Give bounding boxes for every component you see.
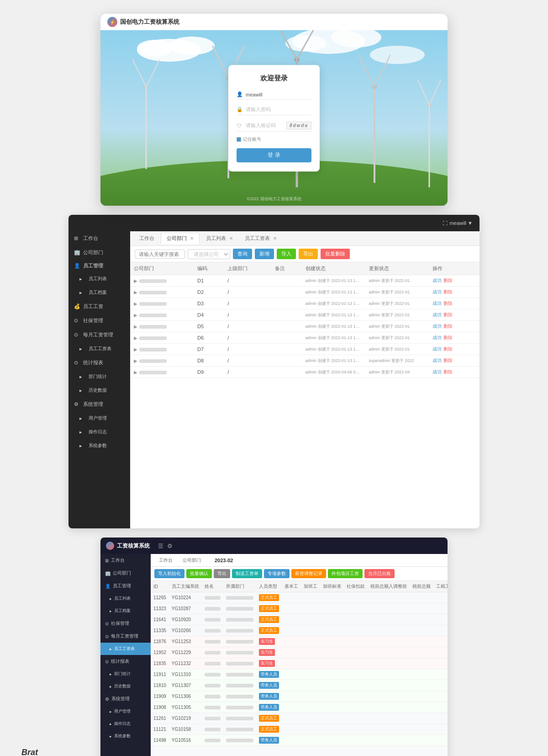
tab2-workbench[interactable]: 工作台 [154,556,177,565]
edit-link-6[interactable]: 成功 [432,335,442,340]
import-init-button[interactable]: 导入初始化 [154,569,184,578]
sidebar-item-employee-mgmt[interactable]: 👤 员工管理 [68,260,130,272]
s2-sys-params[interactable]: ▸ 系统参数 [100,730,151,742]
blurred-dept [226,728,253,731]
expand-icon[interactable]: ▶ [134,313,137,318]
export-button-2[interactable]: 导出 [214,569,230,578]
tab-close-3[interactable]: ✕ [273,236,277,241]
s2-user-mgmt[interactable]: ▸ 用户管理 [100,705,151,718]
sidebar-item-op-log[interactable]: ▸ 操作日志 [68,425,130,439]
tab-company-dept[interactable]: 公司部门 ✕ [161,233,200,244]
settings-icon[interactable]: ⚙ [167,543,173,549]
expand-icon[interactable]: ▶ [134,358,137,363]
delete-link-4[interactable]: 删除 [443,312,453,317]
expand-icon[interactable]: ▶ [134,290,137,295]
import-button[interactable]: 导入 [277,249,296,259]
s2-employee-mgmt[interactable]: 👤 员工管理 [100,580,151,592]
query-button[interactable]: 查询 [233,249,252,259]
sidebar-item-employee-file[interactable]: ▸ 员工档案 [68,286,130,299]
user-name[interactable]: meawill ▼ [449,220,473,226]
expand-icon[interactable]: ▶ [134,347,137,352]
export-button[interactable]: 导出 [299,249,318,259]
expand-icon[interactable]: ▶ [134,278,137,283]
s-code: YG11306 [169,691,202,702]
monthly-billed-button[interactable]: 当月已出账 [364,569,395,578]
tab-close-2[interactable]: ✕ [229,236,233,241]
menu-icon[interactable]: ☰ [158,543,163,549]
s2-sys-mgmt[interactable]: ⚙ 系统管理 [100,692,151,705]
sidebar-item-sys-mgmt[interactable]: ⚙ 系统管理 [68,397,130,411]
edit-link-9[interactable]: 成功 [432,369,442,374]
edit-link-7[interactable]: 成功 [432,346,442,351]
s2-salary-table[interactable]: ▸ 员工工资表 [100,643,151,655]
delete-link-8[interactable]: 删除 [443,358,453,363]
edit-link-4[interactable]: 成功 [432,312,442,317]
s2-stats[interactable]: ⊙ 统计报表 [100,655,151,668]
delete-link-2[interactable]: 删除 [443,289,453,294]
sidebar-item-dept-stats[interactable]: ▸ 部门统计 [68,370,130,383]
tab-employee-list[interactable]: 员工列表 ✕ [200,233,238,244]
s2-op-log[interactable]: ▸ 操作日志 [100,718,151,730]
sys-icon: ⚙ [74,401,80,407]
new-button[interactable]: 新增 [255,249,274,259]
batch-delete-button[interactable]: 批量删除 [321,249,350,259]
s2-social[interactable]: ⊙ 社保管理 [100,617,151,630]
cell-parent: / [224,287,271,298]
type-badge: 实习生 [259,649,275,656]
edit-link-2[interactable]: 成功 [432,289,442,294]
sidebar-item-company[interactable]: 🏢 公司部门 [68,245,130,260]
remember-checkbox[interactable] [237,137,241,142]
salary-row: 11641 YG10920 正式员工 编辑 [151,614,448,625]
tab2-company[interactable]: 公司部门 [178,556,206,565]
sidebar-item-user-mgmt[interactable]: ▸ 用户管理 [68,411,130,425]
edit-link-1[interactable]: 成功 [432,278,442,283]
batch-confirm-button[interactable]: 批量确认 [186,569,212,578]
expand-icon[interactable]: ▶ [134,324,137,329]
s2-company[interactable]: 🏢 公司部门 [100,567,151,580]
s2-history[interactable]: ▸ 历史数据 [100,680,151,692]
sidebar-item-history[interactable]: ▸ 历史数据 [68,383,130,397]
tab-salary-table[interactable]: 员工工资表 ✕ [239,233,282,244]
delete-link-3[interactable]: 删除 [443,301,453,306]
tab-workbench[interactable]: 工作台 [134,233,160,244]
sidebar-item-salary-table[interactable]: ▸ 员工工资表 [68,342,130,356]
delete-link-7[interactable]: 删除 [443,346,453,351]
s2-dept-stats[interactable]: ▸ 部门统计 [100,668,151,680]
password-placeholder[interactable]: 请输入密码 [246,106,311,113]
s2-monthly[interactable]: ⊙ 每月工资管理 [100,630,151,643]
sidebar-item-monthly[interactable]: ⊙ 每月工资管理 [68,328,130,342]
sidebar-item-salary[interactable]: 💰 员工工资 [68,299,130,314]
sidebar-item-sys-params[interactable]: ▸ 系统参数 [68,439,130,453]
outsource-salary-button[interactable]: 外包项目工资 [328,569,363,578]
edit-link-3[interactable]: 成功 [432,301,442,306]
special-params-button[interactable]: 专项参数 [264,569,290,578]
delete-link-5[interactable]: 删除 [443,324,453,329]
company-select[interactable]: 请选择公司 [188,249,230,259]
s2-workbench[interactable]: ⊞ 工作台 [100,554,151,567]
adjust-record-button[interactable]: 薪资调整记录 [291,569,326,578]
expand-icon[interactable]: ▶ [134,370,137,375]
svg-point-4 [137,40,174,56]
expand-icon[interactable]: ▶ [134,301,137,306]
delete-link-1[interactable]: 删除 [443,278,453,283]
sidebar-item-workbench[interactable]: ⊞ 工作台 [68,231,130,245]
login-logo-text: 国创电力工资核算系统 [120,18,179,26]
login-button[interactable]: 登 录 [237,148,311,162]
sidebar-item-stats[interactable]: ⊙ 统计报表 [68,356,130,370]
captcha-placeholder[interactable]: 请输入验证码 [246,122,284,129]
username-value[interactable]: meawill [246,92,311,97]
edit-link-8[interactable]: 成功 [432,358,442,363]
edit-link-5[interactable]: 成功 [432,324,442,329]
search-input-1[interactable] [135,250,185,259]
delete-link-6[interactable]: 删除 [443,335,453,340]
s2-employee-file[interactable]: ▸ 员工档案 [100,605,151,617]
blurred-dept-8 [139,359,167,363]
delete-link-9[interactable]: 删除 [443,369,453,374]
send-salary-button[interactable]: 制送工资单 [232,569,262,578]
expand-icon[interactable]: ▶ [134,335,137,341]
tab-close-1[interactable]: ✕ [190,236,194,241]
sidebar-item-social[interactable]: ⊙ 社保管理 [68,314,130,328]
s2-employee-list[interactable]: ▸ 员工列表 [100,592,151,605]
sidebar-item-employee-list[interactable]: ▸ 员工列表 [68,272,130,286]
s2-workbench-label: 工作台 [111,557,125,564]
